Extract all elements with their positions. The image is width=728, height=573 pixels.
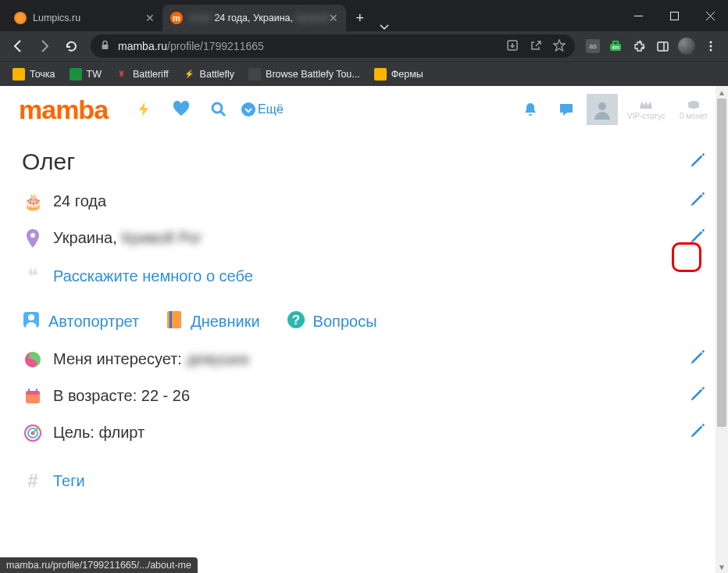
- scroll-up-icon[interactable]: ▲: [716, 86, 728, 98]
- pin-icon: [22, 229, 44, 248]
- profile-about-row[interactable]: ❝ Расскажите немного о себе: [22, 256, 706, 296]
- ext-icon-2[interactable]: 4m: [608, 38, 623, 54]
- person-icon: [22, 310, 41, 333]
- bookmark-fermy[interactable]: Фермы: [368, 65, 430, 84]
- back-button[interactable]: [6, 34, 30, 58]
- tab-questions[interactable]: ? Вопросы: [287, 310, 377, 333]
- svg-point-12: [710, 49, 712, 52]
- reload-button[interactable]: [59, 34, 83, 58]
- svg-point-15: [241, 102, 255, 116]
- bookmark-battlefly[interactable]: ⚡Battlefly: [177, 65, 241, 84]
- calendar-icon: [22, 388, 44, 405]
- edit-interest-button[interactable]: [689, 349, 706, 370]
- profile-avatar-icon[interactable]: [678, 38, 695, 55]
- bookmark-star-icon[interactable]: [553, 39, 566, 54]
- favicon-lumpics: [14, 12, 27, 24]
- goal-text: Цель: флирт: [53, 424, 145, 442]
- scroll-down-icon[interactable]: ▼: [716, 560, 728, 573]
- svg-rect-1: [670, 12, 678, 20]
- more-dropdown[interactable]: Ещё: [241, 94, 284, 125]
- site-logo[interactable]: mamba: [19, 95, 108, 125]
- svg-rect-4: [102, 45, 109, 49]
- tab-title-blurred-2: Кривой: [296, 13, 329, 23]
- svg-rect-31: [36, 389, 37, 392]
- age-range-text: В возрасте: 22 - 26: [53, 387, 190, 405]
- tab-diaries[interactable]: Дневники: [166, 310, 259, 333]
- target-icon: [22, 424, 44, 442]
- forward-button[interactable]: [33, 34, 56, 58]
- url-path: /profile/1799211665: [167, 40, 264, 52]
- tab-search-icon[interactable]: [371, 22, 398, 31]
- tab-label: Вопросы: [313, 313, 377, 331]
- book-icon: [166, 310, 183, 333]
- minimize-button[interactable]: [620, 0, 656, 31]
- tab-title-blurred: Олег: [189, 13, 211, 23]
- edit-age-range-button[interactable]: [689, 385, 706, 406]
- heart-icon[interactable]: [166, 94, 197, 125]
- close-icon[interactable]: ✕: [329, 12, 338, 24]
- profile-age-range-row: В возрасте: 22 - 26: [22, 378, 706, 414]
- messages-icon[interactable]: [551, 94, 582, 125]
- favicon-mamba: m: [170, 12, 183, 24]
- svg-point-27: [32, 362, 34, 364]
- vip-status-button[interactable]: VIP-статус: [623, 94, 670, 125]
- bolt-icon[interactable]: [128, 94, 159, 125]
- tab-selfportrait[interactable]: Автопортрет: [22, 310, 139, 333]
- bookmark-battleriff[interactable]: ♜Battleriff: [109, 65, 175, 84]
- svg-rect-22: [170, 311, 172, 328]
- tab-mamba[interactable]: m Олег 24 года, Украина, Кривой ✕: [162, 5, 346, 31]
- svg-text:4m: 4m: [612, 45, 619, 50]
- scrollbar-thumb[interactable]: [717, 98, 726, 427]
- bookmark-label: Battlefly: [200, 69, 234, 80]
- bookmark-battlefy[interactable]: Browse Battlefy Tou...: [242, 65, 366, 84]
- tab-lumpics[interactable]: Lumpics.ru ✕: [6, 5, 162, 31]
- search-icon[interactable]: [203, 94, 234, 125]
- profile-location-city: Кривой Рог: [122, 229, 202, 247]
- browser-toolbar: mamba.ru /profile/1799211665 as 4m: [0, 31, 728, 61]
- extension-icons: as 4m: [583, 38, 722, 55]
- tab-title: Lumpics.ru: [33, 13, 80, 23]
- cake-icon: 🎂: [22, 192, 44, 211]
- svg-rect-8: [658, 42, 668, 51]
- bookmark-label: Battleriff: [133, 69, 169, 80]
- edit-goal-button[interactable]: [689, 422, 706, 443]
- install-icon[interactable]: [506, 39, 519, 54]
- scrollbar[interactable]: ▲ ▼: [716, 86, 728, 573]
- new-tab-button[interactable]: +: [349, 7, 371, 29]
- status-bar: mamba.ru/profile/1799211665/.../about-me: [0, 557, 198, 573]
- edit-age-button[interactable]: [689, 191, 706, 212]
- bookmarks-bar: Точка TW ♜Battleriff ⚡Battlefly Browse B…: [0, 61, 728, 86]
- user-avatar[interactable]: [587, 94, 618, 125]
- extensions-icon[interactable]: [631, 38, 647, 54]
- svg-point-18: [30, 233, 35, 238]
- sidepanel-icon[interactable]: [655, 38, 670, 54]
- svg-point-10: [710, 41, 712, 44]
- notifications-icon[interactable]: [515, 94, 546, 125]
- more-label: Ещё: [258, 102, 284, 116]
- hash-icon: #: [22, 470, 44, 492]
- close-window-button[interactable]: [692, 0, 728, 31]
- share-icon[interactable]: [530, 39, 542, 54]
- bookmark-tw[interactable]: TW: [63, 65, 108, 84]
- close-icon[interactable]: ✕: [145, 12, 155, 24]
- svg-text:?: ?: [291, 313, 299, 328]
- lock-icon: [100, 40, 110, 52]
- bookmark-label: Точка: [30, 69, 55, 80]
- svg-point-13: [212, 103, 222, 113]
- maximize-button[interactable]: [656, 0, 692, 31]
- address-bar[interactable]: mamba.ru /profile/1799211665: [91, 34, 575, 58]
- profile-goal-row: Цель: флирт: [22, 414, 706, 451]
- question-icon: ?: [287, 310, 305, 333]
- tab-title: 24 года, Украина,: [214, 13, 293, 23]
- svg-point-16: [598, 102, 606, 110]
- bookmark-tochka[interactable]: Точка: [6, 65, 62, 84]
- url-domain: mamba.ru: [118, 40, 167, 52]
- profile-tags-row[interactable]: # Теги: [22, 451, 706, 500]
- quote-icon: ❝: [22, 264, 44, 288]
- menu-icon[interactable]: [703, 38, 719, 54]
- coins-button[interactable]: 0 монет: [675, 94, 712, 125]
- yinyang-icon: [22, 351, 44, 368]
- edit-name-button[interactable]: [689, 152, 706, 173]
- ext-icon-1[interactable]: as: [586, 39, 600, 53]
- tab-label: Дневники: [191, 313, 259, 331]
